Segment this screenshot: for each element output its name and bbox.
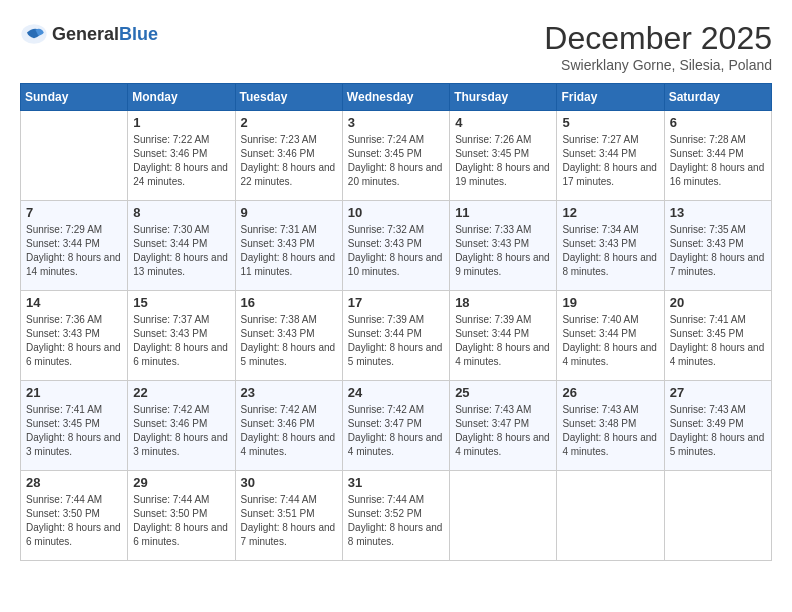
day-info: Sunrise: 7:33 AMSunset: 3:43 PMDaylight:… <box>455 223 551 279</box>
logo-icon <box>20 20 48 48</box>
calendar-cell: 9Sunrise: 7:31 AMSunset: 3:43 PMDaylight… <box>235 201 342 291</box>
day-info: Sunrise: 7:34 AMSunset: 3:43 PMDaylight:… <box>562 223 658 279</box>
calendar-cell: 25Sunrise: 7:43 AMSunset: 3:47 PMDayligh… <box>450 381 557 471</box>
day-of-week-header: Sunday <box>21 84 128 111</box>
calendar-week-row: 1Sunrise: 7:22 AMSunset: 3:46 PMDaylight… <box>21 111 772 201</box>
month-title: December 2025 <box>544 20 772 57</box>
day-number: 12 <box>562 205 658 220</box>
calendar-cell: 8Sunrise: 7:30 AMSunset: 3:44 PMDaylight… <box>128 201 235 291</box>
day-info: Sunrise: 7:40 AMSunset: 3:44 PMDaylight:… <box>562 313 658 369</box>
day-number: 26 <box>562 385 658 400</box>
day-of-week-header: Monday <box>128 84 235 111</box>
calendar-cell: 19Sunrise: 7:40 AMSunset: 3:44 PMDayligh… <box>557 291 664 381</box>
logo-blue: Blue <box>119 24 158 44</box>
calendar-cell: 2Sunrise: 7:23 AMSunset: 3:46 PMDaylight… <box>235 111 342 201</box>
day-number: 31 <box>348 475 444 490</box>
calendar-cell: 13Sunrise: 7:35 AMSunset: 3:43 PMDayligh… <box>664 201 771 291</box>
calendar-cell: 14Sunrise: 7:36 AMSunset: 3:43 PMDayligh… <box>21 291 128 381</box>
day-info: Sunrise: 7:29 AMSunset: 3:44 PMDaylight:… <box>26 223 122 279</box>
calendar-header: SundayMondayTuesdayWednesdayThursdayFrid… <box>21 84 772 111</box>
calendar-cell <box>664 471 771 561</box>
calendar-cell: 10Sunrise: 7:32 AMSunset: 3:43 PMDayligh… <box>342 201 449 291</box>
calendar-cell: 12Sunrise: 7:34 AMSunset: 3:43 PMDayligh… <box>557 201 664 291</box>
day-number: 20 <box>670 295 766 310</box>
day-of-week-header: Friday <box>557 84 664 111</box>
calendar-body: 1Sunrise: 7:22 AMSunset: 3:46 PMDaylight… <box>21 111 772 561</box>
day-info: Sunrise: 7:42 AMSunset: 3:46 PMDaylight:… <box>241 403 337 459</box>
calendar-cell: 23Sunrise: 7:42 AMSunset: 3:46 PMDayligh… <box>235 381 342 471</box>
day-info: Sunrise: 7:42 AMSunset: 3:47 PMDaylight:… <box>348 403 444 459</box>
day-number: 21 <box>26 385 122 400</box>
day-number: 18 <box>455 295 551 310</box>
day-info: Sunrise: 7:39 AMSunset: 3:44 PMDaylight:… <box>348 313 444 369</box>
calendar-cell: 1Sunrise: 7:22 AMSunset: 3:46 PMDaylight… <box>128 111 235 201</box>
calendar-cell: 15Sunrise: 7:37 AMSunset: 3:43 PMDayligh… <box>128 291 235 381</box>
day-number: 27 <box>670 385 766 400</box>
day-info: Sunrise: 7:38 AMSunset: 3:43 PMDaylight:… <box>241 313 337 369</box>
calendar-cell <box>450 471 557 561</box>
calendar-cell <box>21 111 128 201</box>
calendar-cell: 11Sunrise: 7:33 AMSunset: 3:43 PMDayligh… <box>450 201 557 291</box>
day-number: 25 <box>455 385 551 400</box>
calendar-cell: 7Sunrise: 7:29 AMSunset: 3:44 PMDaylight… <box>21 201 128 291</box>
day-info: Sunrise: 7:26 AMSunset: 3:45 PMDaylight:… <box>455 133 551 189</box>
day-info: Sunrise: 7:43 AMSunset: 3:47 PMDaylight:… <box>455 403 551 459</box>
calendar-cell: 3Sunrise: 7:24 AMSunset: 3:45 PMDaylight… <box>342 111 449 201</box>
day-info: Sunrise: 7:30 AMSunset: 3:44 PMDaylight:… <box>133 223 229 279</box>
day-number: 28 <box>26 475 122 490</box>
calendar-week-row: 28Sunrise: 7:44 AMSunset: 3:50 PMDayligh… <box>21 471 772 561</box>
calendar-week-row: 7Sunrise: 7:29 AMSunset: 3:44 PMDaylight… <box>21 201 772 291</box>
day-number: 16 <box>241 295 337 310</box>
calendar-cell: 28Sunrise: 7:44 AMSunset: 3:50 PMDayligh… <box>21 471 128 561</box>
calendar-cell: 21Sunrise: 7:41 AMSunset: 3:45 PMDayligh… <box>21 381 128 471</box>
day-info: Sunrise: 7:28 AMSunset: 3:44 PMDaylight:… <box>670 133 766 189</box>
day-info: Sunrise: 7:32 AMSunset: 3:43 PMDaylight:… <box>348 223 444 279</box>
day-number: 9 <box>241 205 337 220</box>
day-number: 11 <box>455 205 551 220</box>
day-info: Sunrise: 7:43 AMSunset: 3:48 PMDaylight:… <box>562 403 658 459</box>
calendar-cell: 16Sunrise: 7:38 AMSunset: 3:43 PMDayligh… <box>235 291 342 381</box>
day-number: 5 <box>562 115 658 130</box>
calendar-cell: 4Sunrise: 7:26 AMSunset: 3:45 PMDaylight… <box>450 111 557 201</box>
calendar-cell: 20Sunrise: 7:41 AMSunset: 3:45 PMDayligh… <box>664 291 771 381</box>
day-info: Sunrise: 7:39 AMSunset: 3:44 PMDaylight:… <box>455 313 551 369</box>
day-of-week-header: Thursday <box>450 84 557 111</box>
day-info: Sunrise: 7:31 AMSunset: 3:43 PMDaylight:… <box>241 223 337 279</box>
day-info: Sunrise: 7:43 AMSunset: 3:49 PMDaylight:… <box>670 403 766 459</box>
day-info: Sunrise: 7:24 AMSunset: 3:45 PMDaylight:… <box>348 133 444 189</box>
day-info: Sunrise: 7:41 AMSunset: 3:45 PMDaylight:… <box>26 403 122 459</box>
day-info: Sunrise: 7:37 AMSunset: 3:43 PMDaylight:… <box>133 313 229 369</box>
day-number: 15 <box>133 295 229 310</box>
day-number: 3 <box>348 115 444 130</box>
calendar-cell: 6Sunrise: 7:28 AMSunset: 3:44 PMDaylight… <box>664 111 771 201</box>
day-of-week-header: Wednesday <box>342 84 449 111</box>
header-row: SundayMondayTuesdayWednesdayThursdayFrid… <box>21 84 772 111</box>
calendar-table: SundayMondayTuesdayWednesdayThursdayFrid… <box>20 83 772 561</box>
day-number: 30 <box>241 475 337 490</box>
title-block: December 2025 Swierklany Gorne, Silesia,… <box>544 20 772 73</box>
day-info: Sunrise: 7:44 AMSunset: 3:50 PMDaylight:… <box>133 493 229 549</box>
calendar-cell: 17Sunrise: 7:39 AMSunset: 3:44 PMDayligh… <box>342 291 449 381</box>
day-info: Sunrise: 7:42 AMSunset: 3:46 PMDaylight:… <box>133 403 229 459</box>
day-number: 1 <box>133 115 229 130</box>
day-number: 4 <box>455 115 551 130</box>
day-of-week-header: Tuesday <box>235 84 342 111</box>
location-subtitle: Swierklany Gorne, Silesia, Poland <box>544 57 772 73</box>
calendar-cell <box>557 471 664 561</box>
day-info: Sunrise: 7:44 AMSunset: 3:52 PMDaylight:… <box>348 493 444 549</box>
calendar-cell: 29Sunrise: 7:44 AMSunset: 3:50 PMDayligh… <box>128 471 235 561</box>
day-number: 2 <box>241 115 337 130</box>
day-number: 24 <box>348 385 444 400</box>
calendar-cell: 30Sunrise: 7:44 AMSunset: 3:51 PMDayligh… <box>235 471 342 561</box>
day-info: Sunrise: 7:41 AMSunset: 3:45 PMDaylight:… <box>670 313 766 369</box>
calendar-cell: 18Sunrise: 7:39 AMSunset: 3:44 PMDayligh… <box>450 291 557 381</box>
logo: GeneralBlue <box>20 20 158 48</box>
day-info: Sunrise: 7:22 AMSunset: 3:46 PMDaylight:… <box>133 133 229 189</box>
day-info: Sunrise: 7:44 AMSunset: 3:50 PMDaylight:… <box>26 493 122 549</box>
day-number: 14 <box>26 295 122 310</box>
day-number: 7 <box>26 205 122 220</box>
day-info: Sunrise: 7:35 AMSunset: 3:43 PMDaylight:… <box>670 223 766 279</box>
day-info: Sunrise: 7:44 AMSunset: 3:51 PMDaylight:… <box>241 493 337 549</box>
day-number: 19 <box>562 295 658 310</box>
day-of-week-header: Saturday <box>664 84 771 111</box>
